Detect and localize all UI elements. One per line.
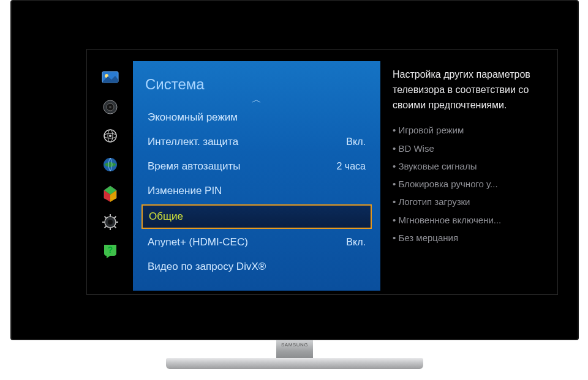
sound-icon[interactable] (101, 98, 119, 116)
help-bullet: Блокировка ручного у... (393, 175, 552, 193)
picture-icon[interactable] (101, 69, 119, 88)
menu-item-label: Anynet+ (HDMI-CEC) (148, 236, 248, 248)
menu-title: Система (133, 61, 380, 97)
menu-items-list: Экономный режим Интеллект. защита Вкл. В… (133, 105, 380, 279)
help-bullets: Игровой режим BD Wise Звуковые сигналы Б… (393, 121, 552, 247)
help-bullet: BD Wise (393, 140, 552, 157)
menu-item-change-pin[interactable]: Изменение PIN (143, 179, 371, 203)
svg-text:?: ? (108, 245, 113, 255)
svg-line-17 (115, 217, 116, 218)
menu-item-label: Изменение PIN (148, 185, 222, 197)
tv-stand-base (166, 358, 423, 369)
menu-item-value: 2 часа (337, 161, 366, 172)
tv-frame: ? Система ︿ Экономный режим Интеллект. з… (10, 0, 579, 340)
menu-item-value: Вкл. (346, 136, 366, 147)
menu-item-eco[interactable]: Экономный режим (143, 105, 371, 130)
help-description: Настройка других параметров телевизора в… (393, 67, 552, 113)
svg-line-15 (105, 217, 107, 218)
menu-item-label: Общие (149, 210, 183, 223)
help-bullet: Звуковые сигналы (393, 157, 552, 175)
tv-screen: ? Система ︿ Экономный режим Интеллект. з… (23, 12, 567, 328)
smart-hub-icon[interactable] (101, 184, 119, 203)
menu-item-general[interactable]: Общие (141, 204, 372, 229)
help-bullet: Без мерцания (393, 229, 552, 247)
menu-item-divx[interactable]: Видео по запросу DivX® (143, 255, 371, 279)
brand-logo: SAMSUNG (276, 342, 313, 348)
system-icon[interactable] (101, 213, 119, 231)
help-panel: Настройка других параметров телевизора в… (393, 67, 552, 247)
menu-item-value: Вкл. (346, 237, 366, 248)
support-icon[interactable]: ? (101, 242, 119, 260)
menu-panel: Система ︿ Экономный режим Интеллект. защ… (133, 61, 380, 291)
menu-item-label: Видео по запросу DivX® (148, 261, 266, 273)
menu-item-auto-protect-time[interactable]: Время автозащиты 2 часа (143, 154, 371, 179)
settings-sidebar: ? (98, 69, 123, 260)
help-bullet: Мгновенное включени... (393, 211, 552, 229)
menu-item-label: Экономный режим (148, 111, 238, 124)
svg-point-8 (109, 135, 111, 137)
menu-item-label: Время автозащиты (148, 160, 241, 173)
menu-item-label: Интеллект. защита (148, 136, 238, 148)
svg-point-19 (108, 220, 113, 225)
svg-point-4 (109, 106, 111, 108)
scroll-up-arrow[interactable]: ︿ (133, 97, 380, 105)
network-icon[interactable] (101, 155, 119, 174)
menu-item-anynet[interactable]: Anynet+ (HDMI-CEC) Вкл. (143, 230, 371, 255)
svg-line-18 (105, 226, 107, 228)
svg-line-16 (115, 226, 116, 228)
help-bullet: Игровой режим (393, 121, 552, 139)
menu-item-smart-security[interactable]: Интеллект. защита Вкл. (143, 130, 371, 154)
broadcast-icon[interactable] (101, 127, 119, 145)
help-bullet: Логотип загрузки (393, 193, 552, 210)
